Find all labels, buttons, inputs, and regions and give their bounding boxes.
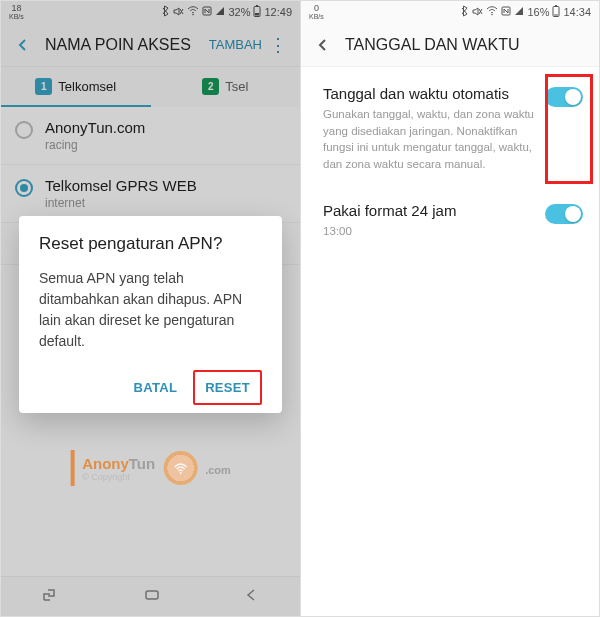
clock: 14:34	[563, 6, 591, 18]
setting-title: Tanggal dan waktu otomatis	[323, 85, 535, 102]
svg-point-7	[492, 14, 494, 16]
status-bar: 0KB/s 16% 14:34	[301, 1, 599, 23]
signal-icon	[514, 6, 524, 18]
page-title: TANGGAL DAN WAKTU	[345, 36, 587, 54]
wifi-icon	[486, 6, 498, 18]
battery-percent: 16%	[527, 6, 549, 18]
setting-title: Pakai format 24 jam	[323, 202, 535, 219]
dialog-reset-button[interactable]: RESET	[193, 370, 262, 405]
mute-icon	[472, 6, 483, 19]
setting-description: Gunakan tanggal, waktu, dan zona waktu y…	[323, 106, 535, 173]
phone-left-apn-settings: 18KB/s 32% 12:49	[1, 1, 300, 616]
back-button[interactable]	[313, 35, 333, 55]
dialog-body: Semua APN yang telah ditambahkan akan di…	[39, 268, 262, 352]
dialog-cancel-button[interactable]: BATAL	[124, 372, 188, 403]
reset-apn-dialog: Reset pengaturan APN? Semua APN yang tel…	[19, 216, 282, 413]
app-header: TANGGAL DAN WAKTU	[301, 23, 599, 67]
svg-rect-10	[555, 5, 557, 7]
bluetooth-icon	[460, 5, 469, 19]
setting-description: 13:00	[323, 223, 535, 240]
battery-icon	[552, 5, 560, 19]
svg-rect-11	[554, 15, 558, 16]
setting-row-24h-format[interactable]: Pakai format 24 jam 13:00	[301, 187, 599, 254]
network-speed-indicator: 0KB/s	[309, 4, 324, 20]
dialog-title: Reset pengaturan APN?	[39, 234, 262, 254]
annotation-red-box	[545, 74, 593, 184]
nfc-icon	[501, 6, 511, 18]
phone-right-datetime-settings: 0KB/s 16% 14:34	[300, 1, 599, 616]
toggle-24h-format[interactable]	[545, 204, 583, 224]
